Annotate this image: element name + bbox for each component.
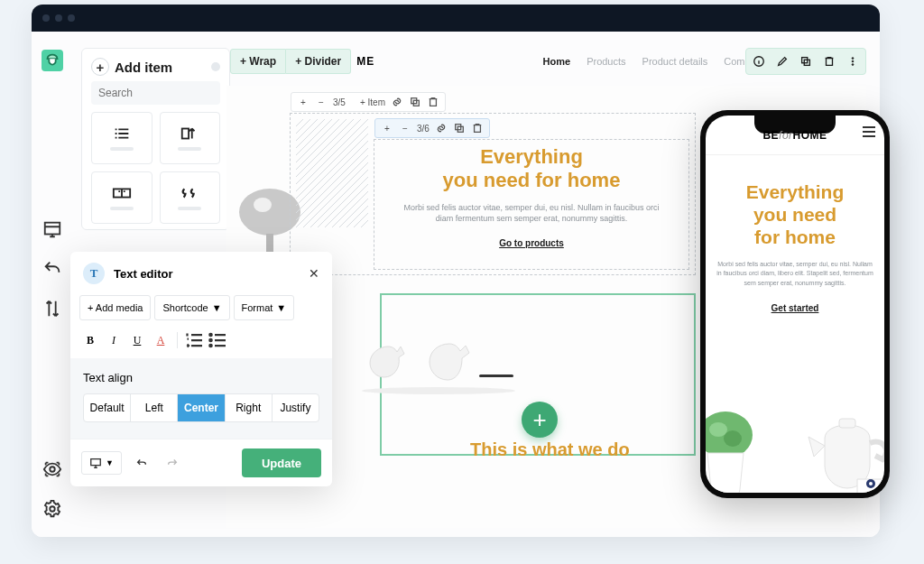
text-align-label: Text align [83, 371, 319, 384]
more-icon[interactable] [845, 54, 860, 69]
view-icon[interactable] [42, 459, 62, 479]
window-titlebar [32, 5, 880, 32]
inner-sel-toolbar: + − 3/6 [374, 118, 490, 138]
brand-post: HOME [793, 129, 827, 142]
bold-button[interactable]: B [79, 329, 101, 351]
svg-rect-23 [479, 374, 513, 377]
traffic-dot [55, 14, 62, 22]
layout-icon[interactable] [42, 219, 62, 239]
undo-button[interactable] [131, 452, 152, 474]
sel-link-icon[interactable] [435, 122, 448, 134]
add-item-panel: + Add item [81, 48, 230, 230]
element-quote[interactable] [160, 171, 221, 224]
align-center[interactable]: Center [177, 394, 224, 421]
element-textbox[interactable] [91, 171, 152, 224]
svg-point-33 [869, 482, 873, 485]
brand-mid: for [779, 129, 793, 142]
undo-icon[interactable] [42, 259, 62, 279]
svg-point-10 [852, 64, 854, 66]
sel-trash-icon[interactable] [471, 122, 484, 134]
redo-button[interactable] [162, 452, 183, 474]
format-toolbar: B I U A [70, 326, 332, 358]
element-columns[interactable] [160, 112, 221, 164]
nav-product-details[interactable]: Product details [642, 56, 708, 67]
text-editor-title: Text editor [114, 267, 300, 281]
add-section-button[interactable]: + [522, 402, 558, 438]
align-right[interactable]: Right [225, 394, 272, 421]
ordered-list-button[interactable] [183, 329, 205, 351]
svg-point-12 [254, 198, 272, 212]
trash-icon[interactable] [822, 54, 836, 69]
text-editor-logo: T [83, 263, 105, 284]
italic-button[interactable]: I [103, 329, 125, 351]
outer-selection[interactable]: + − 3/5 + Item + − 3/6 [290, 113, 696, 275]
svg-point-2 [50, 506, 55, 512]
site-brand-suffix: ME [356, 55, 374, 68]
device-dropdown[interactable]: ▼ [81, 451, 122, 475]
divider-button[interactable]: + Divider [286, 49, 351, 74]
add-media-button[interactable]: + Add media [79, 295, 151, 320]
svg-point-9 [852, 60, 854, 62]
inner-selection[interactable]: + − 3/6 Everything you need for home Mor… [374, 139, 689, 270]
sel-minus-icon[interactable]: − [399, 122, 411, 134]
right-actions [745, 48, 866, 75]
phone-header: BEforHOME [706, 116, 884, 155]
align-justify[interactable]: Justify [272, 394, 319, 421]
text-color-button[interactable]: A [150, 329, 171, 351]
add-item-header[interactable]: + Add item [91, 58, 220, 76]
edit-icon[interactable] [775, 54, 790, 69]
update-button[interactable]: Update [242, 448, 321, 477]
hero-block: Everything you need for home Morbi sed f… [374, 140, 688, 263]
svg-point-30 [724, 430, 742, 447]
svg-point-24 [209, 334, 211, 336]
underline-button[interactable]: U [126, 329, 148, 351]
hero-body: Morbi sed felis auctor vitae, semper dui… [402, 202, 661, 225]
phone-title-3: for home [716, 226, 873, 248]
svg-rect-0 [45, 223, 60, 235]
phone-cta[interactable]: Get started [772, 303, 819, 313]
sel-plus-icon[interactable]: + [381, 122, 393, 134]
menu-icon[interactable] [863, 126, 875, 137]
hero-title-2: you need for home [402, 169, 661, 192]
sel-plus-icon[interactable]: + [297, 96, 310, 108]
info-icon[interactable] [752, 54, 766, 69]
sel-trash-icon[interactable] [427, 96, 439, 108]
section-title: This is what we do [470, 439, 630, 460]
nav-products[interactable]: Products [587, 56, 625, 67]
svg-point-26 [209, 345, 211, 347]
svg-point-25 [209, 339, 211, 341]
copy-icon[interactable] [799, 54, 813, 69]
close-icon[interactable]: ✕ [309, 266, 319, 281]
traffic-dot [68, 14, 75, 22]
sel-copy-icon[interactable] [453, 122, 466, 134]
format-dropdown[interactable]: Format▼ [234, 295, 295, 320]
traffic-dot [42, 14, 50, 22]
nav-home[interactable]: Home [543, 56, 571, 67]
text-align-segmented: Default Left Center Right Justify [83, 393, 319, 422]
separator [177, 332, 178, 348]
sel-link-icon[interactable] [391, 96, 403, 108]
birds-image [362, 328, 515, 395]
wrap-button[interactable]: + Wrap [230, 49, 286, 74]
teapot-image [798, 393, 884, 493]
sel-copy-icon[interactable] [409, 96, 421, 108]
align-default[interactable]: Default [84, 394, 130, 421]
reorder-icon[interactable] [42, 299, 62, 319]
search-input[interactable] [91, 81, 220, 105]
text-editor-panel: T Text editor ✕ + Add media Shortcode▼ F… [70, 252, 332, 486]
svg-point-29 [709, 422, 727, 437]
phone-body: Morbi sed felis auctor vitae, semper dui… [716, 260, 873, 289]
hero-link[interactable]: Go to products [499, 238, 564, 248]
align-left[interactable]: Left [130, 394, 177, 421]
left-rail [32, 32, 73, 537]
hero-title-1: Everything [402, 145, 661, 169]
unordered-list-button[interactable] [207, 329, 228, 351]
svg-rect-21 [296, 119, 368, 227]
settings-icon[interactable] [42, 499, 62, 519]
item-button[interactable]: + Item [360, 97, 385, 107]
svg-rect-27 [91, 459, 101, 466]
shortcode-dropdown[interactable]: Shortcode▼ [154, 295, 229, 320]
element-list[interactable] [91, 112, 152, 164]
sel-minus-icon[interactable]: − [315, 96, 328, 108]
app-logo [42, 50, 63, 71]
